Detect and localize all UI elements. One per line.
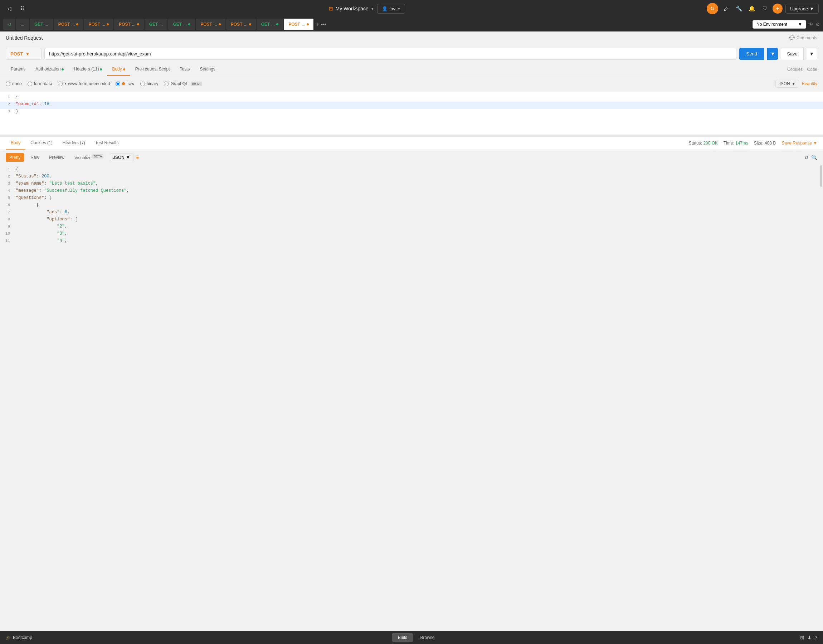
bottom-tab-build[interactable]: Build xyxy=(392,633,413,642)
tab-3[interactable]: POST ... xyxy=(84,18,113,30)
resp-tab-cookies[interactable]: Cookies (1) xyxy=(25,136,57,150)
topbar-left: ◁ ⠿ xyxy=(4,3,27,14)
tab-headers[interactable]: Headers (11) xyxy=(69,63,107,76)
notifications-icon[interactable]: 🔔 xyxy=(747,3,757,14)
tab-back[interactable]: ◁ xyxy=(3,18,15,30)
bottom-icons: ⊞ ⬇ ? xyxy=(800,635,817,641)
save-button[interactable]: Save xyxy=(781,48,804,60)
history-icon[interactable]: 🖊 xyxy=(721,3,731,14)
resp-format-visualize[interactable]: VisualizeBETA xyxy=(71,153,107,162)
resp-format-raw[interactable]: Raw xyxy=(27,153,43,162)
radio-raw[interactable] xyxy=(116,81,120,86)
invite-button[interactable]: 👤 Invite xyxy=(377,4,405,14)
request-code-editor[interactable]: 1 { 2 "exam_id": 16 3 } xyxy=(0,92,823,135)
resp-line-5: 5 "questions": [ xyxy=(0,195,823,202)
env-eye-icon[interactable]: 👁 xyxy=(808,21,813,27)
body-options: none form-data x-www-form-urlencoded raw… xyxy=(0,76,823,92)
send-dropdown-button[interactable]: ▼ xyxy=(767,48,778,60)
option-binary[interactable]: binary xyxy=(140,81,158,86)
upgrade-button[interactable]: Upgrade ▼ xyxy=(785,4,819,14)
radio-none[interactable] xyxy=(6,81,11,86)
resp-tab-body[interactable]: Body xyxy=(6,136,25,150)
time-value: 147ms xyxy=(735,141,748,146)
comments-button[interactable]: 💬 Comments xyxy=(789,35,817,40)
bottom-tabs: Build Browse xyxy=(392,633,440,642)
method-selector[interactable]: POST ▼ xyxy=(6,48,41,60)
tab-6[interactable]: GET ... xyxy=(168,18,195,30)
beautify-button[interactable]: Beautify xyxy=(802,81,817,86)
code-link[interactable]: Code xyxy=(807,67,817,72)
option-none[interactable]: none xyxy=(6,81,22,86)
bottom-tab-browse[interactable]: Browse xyxy=(414,633,440,642)
workspace-button[interactable]: ⊞ My Workspace ▼ xyxy=(329,6,374,11)
radio-graphql[interactable] xyxy=(164,81,169,86)
environment-selector[interactable]: No Environment ▼ xyxy=(753,20,806,29)
env-gear-icon[interactable]: ⚙ xyxy=(815,21,820,27)
tab-2[interactable]: POST ... xyxy=(54,18,83,30)
option-graphql[interactable]: GraphQLBETA xyxy=(164,81,201,86)
url-bar: POST ▼ Send ▼ Save ▼ xyxy=(0,45,823,63)
resp-format-preview[interactable]: Preview xyxy=(46,153,68,162)
workspace-label: My Workspace xyxy=(335,6,368,11)
grid-icon[interactable]: ⠿ xyxy=(17,3,27,14)
response-body[interactable]: 1 { 2 "Status": 200, 3 "exam_name": "Let… xyxy=(0,165,823,631)
search-icon[interactable]: 🔍 xyxy=(811,155,817,160)
radio-urlencoded[interactable] xyxy=(58,81,63,86)
bottom-help-icon[interactable]: ? xyxy=(814,635,817,641)
resp-tab-headers[interactable]: Headers (7) xyxy=(58,136,90,150)
tab-5[interactable]: GET ... xyxy=(144,18,168,30)
send-button[interactable]: Send xyxy=(739,48,764,60)
new-tab-icon[interactable]: + xyxy=(316,21,319,28)
more-tabs-icon[interactable]: ••• xyxy=(321,21,326,27)
tab-ellipsis[interactable]: ... xyxy=(16,18,29,30)
time-label: Time: 147ms xyxy=(723,141,748,146)
sidebar-toggle-icon[interactable]: ◁ xyxy=(4,3,14,14)
tab-tests[interactable]: Tests xyxy=(175,63,195,76)
option-urlencoded[interactable]: x-www-form-urlencoded xyxy=(58,81,110,86)
option-form-data[interactable]: form-data xyxy=(28,81,52,86)
resp-json-selector[interactable]: JSON ▼ xyxy=(110,153,133,161)
save-response-chevron-icon: ▼ xyxy=(813,141,817,146)
bottom-bar: 🎓 Bootcamp Build Browse ⊞ ⬇ ? xyxy=(0,631,823,644)
tab-4[interactable]: POST ... xyxy=(114,18,144,30)
tools-icon[interactable]: 🔧 xyxy=(734,3,744,14)
bottom-download-icon[interactable]: ⬇ xyxy=(807,635,812,641)
tab-params[interactable]: Params xyxy=(6,63,31,76)
refresh-button[interactable]: ↻ xyxy=(707,3,718,14)
radio-binary[interactable] xyxy=(140,81,145,86)
body-dot xyxy=(123,68,125,71)
save-response-button[interactable]: Save Response ▼ xyxy=(782,141,817,146)
avatar[interactable]: + xyxy=(772,3,783,14)
resp-tab-test-results[interactable]: Test Results xyxy=(90,136,123,150)
upgrade-chevron-icon: ▼ xyxy=(809,6,814,11)
resp-format-pretty[interactable]: Pretty xyxy=(6,153,24,162)
cookies-link[interactable]: Cookies xyxy=(787,67,803,72)
json-chevron-icon: ▼ xyxy=(791,81,796,86)
tab-8[interactable]: POST ... xyxy=(226,18,256,30)
tab-authorization[interactable]: Authorization xyxy=(31,63,69,76)
body-type-actions: JSON ▼ Beautify xyxy=(775,80,817,87)
tab-7[interactable]: POST ... xyxy=(196,18,225,30)
heart-icon[interactable]: ♡ xyxy=(760,3,770,14)
option-raw[interactable]: raw xyxy=(116,81,134,86)
bootcamp-button[interactable]: 🎓 Bootcamp xyxy=(6,635,32,640)
radio-form-data[interactable] xyxy=(28,81,32,86)
request-tab-actions: Cookies Code xyxy=(787,67,817,72)
tabs-bar: ◁ ... GET ... POST ... POST ... POST ...… xyxy=(0,17,823,32)
tab-9[interactable]: GET ... xyxy=(257,18,284,30)
copy-icon[interactable]: ⧉ xyxy=(805,155,808,161)
tab-10-active[interactable]: POST ... xyxy=(284,18,313,30)
tab-1[interactable]: GET ... xyxy=(30,18,53,30)
response-format-bar: Pretty Raw Preview VisualizeBETA JSON ▼ … xyxy=(0,150,823,165)
tab-body[interactable]: Body xyxy=(107,63,130,76)
tab-prerequest[interactable]: Pre-request Script xyxy=(130,63,175,76)
bottom-split-icon[interactable]: ⊞ xyxy=(800,635,805,641)
url-input[interactable] xyxy=(44,48,736,60)
save-dropdown-button[interactable]: ▼ xyxy=(806,48,817,60)
json-format-selector[interactable]: JSON ▼ xyxy=(775,80,799,87)
topbar-center: ⊞ My Workspace ▼ 👤 Invite xyxy=(329,4,405,14)
wrap-text-icon[interactable]: ≡ xyxy=(136,155,139,160)
tab-settings[interactable]: Settings xyxy=(195,63,221,76)
scrollbar[interactable] xyxy=(820,165,822,187)
invite-user-icon: 👤 xyxy=(382,6,388,11)
